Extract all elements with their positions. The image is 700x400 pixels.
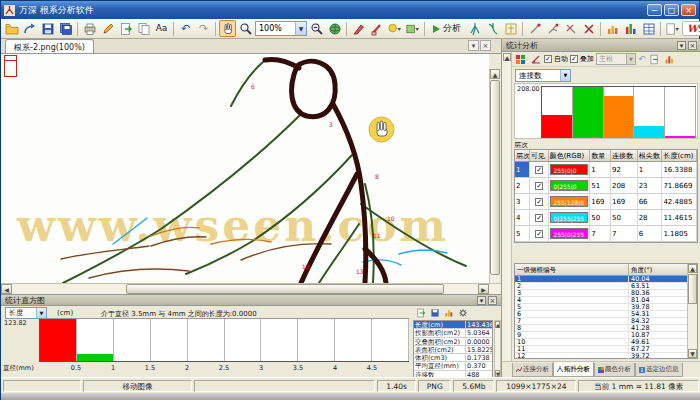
vertical-scroll-thumb[interactable] [490,80,500,275]
tab-close-icon[interactable]: × [480,40,491,51]
level-table-row[interactable]: 4 ✓ 0|255|255 50 50 28 11.4615 [515,210,697,226]
shape-dropdown-icon[interactable] [404,20,421,37]
scroll-up-icon[interactable]: ▲ [495,321,500,328]
zoom-tool-icon[interactable] [237,20,254,37]
stats-scrollbar[interactable]: ▲ ▼ [494,320,501,378]
angle-table-row[interactable]: 910.87 [515,332,697,339]
export-stats-icon[interactable] [415,307,427,319]
color-dropdown-icon[interactable] [386,20,403,37]
panel-close-icon[interactable]: × [688,41,697,50]
chart-view-icon[interactable] [663,53,676,66]
tab-scroll-icon[interactable]: ▾ [468,40,479,51]
chevron-down-icon[interactable]: ▼ [295,22,306,35]
save-all-icon[interactable] [57,20,74,37]
chart-icon[interactable] [604,20,621,37]
delete-tool-icon[interactable] [580,20,597,37]
cut-root-tool-icon[interactable] [562,20,579,37]
table-icon[interactable] [640,20,657,37]
erase-pen-icon[interactable] [368,20,385,37]
tab-selected-edge-info[interactable]: 选定边信息 [635,363,683,377]
angle-table-row[interactable]: 481.04 [515,297,697,304]
visible-checkbox[interactable]: ✓ [535,182,543,190]
stats-chart-icon[interactable] [443,307,455,319]
tab-color-analysis[interactable]: 颜色分析 [594,363,635,377]
scroll-thumb[interactable] [688,274,697,304]
angle-table-scrollbar[interactable]: ▲ ▼ [687,264,697,358]
panel-scrollbar[interactable]: ▲ ▼ [502,52,512,377]
zoom-out-icon[interactable] [308,20,325,37]
undo-icon[interactable]: ↶ [177,20,194,37]
visible-checkbox[interactable]: ✓ [535,230,543,238]
stats-row[interactable]: 投影面积(cm2)5.0364 [414,329,492,337]
visible-checkbox[interactable]: ✓ [535,166,543,174]
scroll-down-icon[interactable]: ▼ [688,349,697,358]
text-tool-icon[interactable]: Aa [153,20,170,37]
layer-color-icon[interactable] [514,53,527,66]
chevron-down-icon[interactable]: ▼ [36,308,46,318]
zoom-level-combobox[interactable]: 100% ▼ [255,21,307,36]
scroll-up-icon[interactable]: ▲ [503,53,511,61]
pin-icon[interactable]: ▾ [477,296,486,305]
angle-table-row[interactable]: 380.36 [515,290,697,297]
redo-icon[interactable]: ↷ [195,20,212,37]
open-icon[interactable] [3,20,20,37]
angle-table-row[interactable]: 1239.72 [515,353,697,360]
document-tab[interactable]: 根系-2.png(100%) [5,39,94,53]
horizontal-scroll-thumb[interactable] [126,284,444,294]
stats-row[interactable]: 表面积(cm2)15.8225 [414,346,492,354]
angle-table-row[interactable]: 654.31 [515,311,697,318]
export-report-icon[interactable] [648,53,661,66]
hand-tool-icon[interactable] [219,20,236,37]
analysis-metric-combobox[interactable]: 连接数 ▼ [515,69,571,82]
root-trace-icon[interactable] [484,20,501,37]
minimize-button[interactable]: ─ [647,4,662,16]
stats-row[interactable]: 平均直径(mm)0.370 [414,362,492,370]
import-icon[interactable] [21,20,38,37]
canvas-horizontal-scrollbar[interactable]: ◀ ▶ [1,283,501,294]
scroll-up-icon[interactable]: ▲ [688,264,697,273]
root-type-combobox[interactable]: 主根 ▼ [596,53,636,65]
visible-checkbox[interactable]: ✓ [535,198,543,206]
visible-checkbox[interactable]: ✓ [535,214,543,222]
export-icon[interactable] [117,20,134,37]
scroll-right-icon[interactable]: ▶ [478,284,489,294]
image-canvas[interactable]: www.wseen.com [1,54,489,283]
auto-checkbox[interactable]: ✓ [544,55,552,63]
angle-table-row[interactable]: 539.78 [515,304,697,311]
angle-table-row[interactable]: 841.28 [515,325,697,332]
scroll-down-icon[interactable]: ▼ [495,370,500,377]
maximize-button[interactable]: □ [664,4,679,16]
overlay-checkbox[interactable]: ✓ [570,55,578,63]
report-dropdown-icon[interactable] [664,20,681,37]
settings-gear-icon[interactable] [457,307,469,319]
seedling-icon[interactable] [502,20,519,37]
angle-table-row[interactable]: 784.32 [515,318,697,325]
draw-root-tool-icon[interactable] [526,20,543,37]
chevron-down-icon[interactable]: ▼ [560,70,570,81]
level-table-row[interactable]: 5 ✓ 255|0|255 7 7 6 1.1805 [515,226,697,242]
analyze-button[interactable]: 分析 [428,20,465,37]
level-table-row[interactable]: 1 ✓ 255|0|0 1 92 1 16.3388 [515,162,697,178]
save-stats-icon[interactable] [429,307,441,319]
pin-icon[interactable]: ▾ [677,41,686,50]
tab-connection-analysis[interactable]: 连接分析 [512,363,553,377]
copy-icon[interactable] [135,20,152,37]
stats-row[interactable]: 交叠面积(cm2)0.0000 [414,338,492,346]
mark-pen-icon[interactable] [350,20,367,37]
scroll-left-icon[interactable]: ◀ [1,284,12,294]
save-icon[interactable] [39,20,56,37]
print-icon[interactable] [81,20,98,37]
refresh-icon[interactable]: ↶ [638,54,646,65]
angle-table-row[interactable]: 1049.61 [515,339,697,346]
angle-measure-icon[interactable] [529,53,542,66]
preview-icon[interactable] [326,20,343,37]
level-table-row[interactable]: 3 ✓ 255|128|0 169 169 66 42.4885 [515,194,697,210]
stats-row[interactable]: 长度(cm)143.436 [414,321,492,329]
angle-table-row[interactable]: 140.04 [515,276,697,283]
navigator-box[interactable] [4,55,17,77]
edit-pencil-icon[interactable] [99,20,116,37]
close-button[interactable]: × [681,4,696,16]
scroll-up-icon[interactable]: ▲ [490,69,500,79]
draw-branch-tool-icon[interactable] [544,20,561,37]
root-extract-icon[interactable] [466,20,483,37]
